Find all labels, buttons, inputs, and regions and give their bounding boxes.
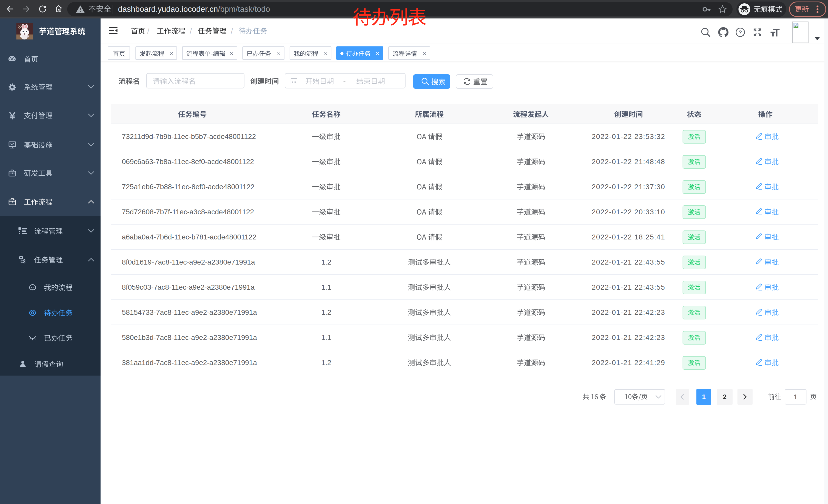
svg-text:?: ? xyxy=(739,29,742,36)
